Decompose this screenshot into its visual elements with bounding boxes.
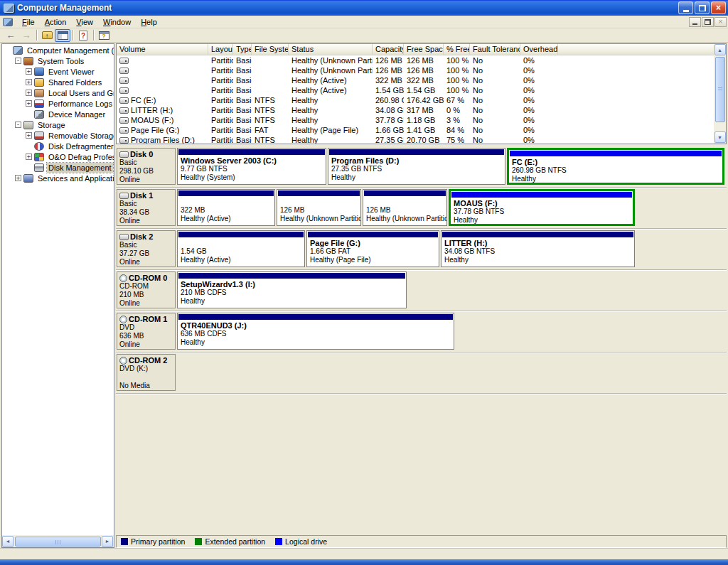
cell-ft: No (470, 55, 520, 65)
partition-program-files-d[interactable]: Program Files (D:)27.35 GB NTFSHealthy (328, 148, 505, 185)
volume-row-program-files-d[interactable]: Program Files (D:)PartitionBasicNTFSHeal… (117, 135, 726, 144)
disk-label-disk-0[interactable]: Disk 0Basic298.10 GBOnline (117, 148, 176, 185)
tree-horizontal-scrollbar[interactable]: ◄ ► (2, 535, 114, 547)
partition-litter-h[interactable]: LITTER (H:)34.08 GB NTFSHealthy (441, 230, 635, 267)
expand-plus-icon[interactable]: + (26, 79, 32, 85)
partition-1-54-gb[interactable]: 1.54 GBHealthy (Active) (177, 230, 305, 267)
column-header-overhead[interactable]: Overhead (520, 44, 558, 55)
scroll-left-button[interactable]: ◄ (2, 536, 14, 547)
column-header-capacity[interactable]: Capacity (373, 44, 404, 55)
tree-item-label: Disk Management (47, 163, 113, 173)
column-header-status[interactable]: Status (289, 44, 373, 55)
minimize-button[interactable] (678, 1, 693, 14)
tree-item-o-o-defrag-professional-edi[interactable]: +O&O Defrag Professional Edi (2, 151, 114, 162)
scroll-down-button[interactable]: ▼ (714, 131, 726, 143)
tree-item-shared-folders[interactable]: +Shared Folders (2, 77, 114, 87)
volume-row-unnamed-3[interactable]: PartitionBasicHealthy (Active)322 MB322 … (117, 75, 726, 85)
partition-126-mb[interactable]: 126 MBHealthy (Unknown Partition) (277, 189, 361, 226)
help-button[interactable]: ? (96, 29, 112, 42)
close-button[interactable]: × (711, 1, 726, 14)
partition-126-mb[interactable]: 126 MBHealthy (Unknown Partition) (363, 189, 447, 226)
volume-row-unnamed-1[interactable]: PartitionBasicHealthy (Unknown Partition… (117, 55, 726, 65)
partition-moaus-f[interactable]: MOAUS (F:)37.78 GB NTFSHealthy (449, 189, 635, 226)
mdi-restore-button[interactable] (702, 17, 714, 27)
volume-list-scrollbar[interactable]: ▲ ▼ (714, 44, 726, 144)
question-page-icon: ? (79, 31, 87, 41)
menu-item-file[interactable]: File (17, 16, 40, 28)
volume-row-page-file-g[interactable]: Page File (G:)PartitionBasicFATHealthy (… (117, 125, 726, 135)
partition-qtr40enud3-j[interactable]: QTR40ENUD3 (J:)636 MB CDFSHealthy (177, 313, 454, 350)
mdi-close-button[interactable]: × (714, 17, 727, 27)
scroll-right-button[interactable]: ► (102, 536, 113, 547)
menu-item-help[interactable]: Help (136, 16, 162, 28)
cell-layout: Partition (208, 125, 233, 135)
tree-item-event-viewer[interactable]: +Event Viewer (2, 66, 114, 77)
volume-row-unnamed-2[interactable]: PartitionBasicHealthy (Unknown Partition… (117, 65, 726, 75)
tree-item-storage[interactable]: -Storage (2, 119, 114, 130)
menu-item-view[interactable]: View (71, 16, 98, 28)
tree-item-services-and-applications[interactable]: +Services and Applications (2, 173, 114, 183)
console-tree-icon (58, 31, 68, 40)
menu-item-window[interactable]: Window (98, 16, 136, 28)
volume-row-unnamed-4[interactable]: PartitionBasicHealthy (Active)1.54 GB1.5… (117, 85, 726, 95)
partition-322-mb[interactable]: 322 MBHealthy (Active) (177, 189, 275, 226)
up-one-level-button[interactable]: ↑ (39, 29, 55, 42)
volume-row-moaus-f[interactable]: MOAUS (F:)PartitionBasicNTFSHealthy37.78… (117, 115, 726, 125)
tree-item-local-users-and-groups[interactable]: +Local Users and Groups (2, 87, 114, 98)
volume-row-litter-h[interactable]: LITTER (H:)PartitionBasicNTFSHealthy34.0… (117, 105, 726, 115)
expand-plus-icon[interactable]: + (15, 175, 21, 181)
column-header-type[interactable]: Type (233, 44, 252, 55)
partition-title (178, 198, 274, 206)
tree-item-disk-management[interactable]: Disk Management (2, 162, 114, 173)
column-header-layout[interactable]: Layout (208, 44, 233, 55)
forward-button[interactable]: → (18, 29, 34, 42)
volume-name: Program Files (D:) (131, 135, 195, 144)
menu-item-action[interactable]: Action (40, 16, 72, 28)
horizontal-scroll-thumb[interactable] (15, 537, 101, 547)
collapse-minus-icon[interactable]: - (15, 58, 21, 64)
partition-windows-server-2003-c[interactable]: Windows Server 2003 (C:)9.77 GB NTFSHeal… (177, 148, 326, 185)
tree-item-performance-logs-and-alerts[interactable]: +Performance Logs and Alerts (2, 98, 114, 109)
disk-name: CD-ROM 2 (119, 356, 173, 365)
tree-item-system-tools[interactable]: -System Tools (2, 55, 114, 66)
back-button[interactable]: ← (3, 29, 18, 42)
tree-item-computer-management-local[interactable]: Computer Management (Local) (2, 45, 114, 55)
disk-label-cd-rom-2[interactable]: CD-ROM 2DVD (K:)No Media (117, 354, 176, 391)
tree-item-device-manager[interactable]: Device Manager (2, 109, 114, 119)
cell-status: Healthy (289, 95, 373, 105)
partition-setupwizardv1-3-i[interactable]: SetupWizardv1.3 (I:)210 MB CDFSHealthy (177, 271, 407, 308)
cell-free: 20.70 GB (404, 135, 444, 144)
expand-plus-icon[interactable]: + (26, 154, 32, 160)
volume-name: LITTER (H:) (131, 105, 173, 115)
legend-label: Primary partition (131, 537, 185, 546)
disk-label-disk-1[interactable]: Disk 1Basic38.34 GBOnline (117, 189, 176, 226)
partition-type-stripe (178, 232, 304, 237)
cell-status: Healthy (289, 105, 373, 115)
cell-type: Basic (233, 135, 252, 144)
expand-plus-icon[interactable]: + (26, 90, 32, 96)
column-header-free-space[interactable]: Free Space (404, 44, 444, 55)
mdi-minimize-button[interactable] (689, 17, 701, 27)
tree-item-disk-defragmenter[interactable]: Disk Defragmenter (2, 141, 114, 151)
collapse-minus-icon[interactable]: - (15, 122, 21, 128)
restore-button[interactable] (695, 1, 710, 14)
partition-page-file-g[interactable]: Page File (G:)1.66 GB FATHealthy (Page F… (306, 230, 439, 267)
expand-plus-icon[interactable]: + (26, 132, 32, 139)
vertical-scroll-thumb[interactable] (715, 57, 725, 122)
console-tree-toggle-button[interactable] (55, 29, 70, 42)
expand-plus-icon[interactable]: + (26, 68, 32, 75)
cell-layout: Partition (208, 55, 233, 65)
expand-plus-icon[interactable]: + (26, 100, 32, 107)
volume-row-fc-e[interactable]: FC (E:)PartitionBasicNTFSHealthy260.98 G… (117, 95, 726, 105)
disk-label-cd-rom-1[interactable]: CD-ROM 1DVD636 MBOnline (117, 313, 176, 350)
scroll-up-button[interactable]: ▲ (714, 44, 726, 55)
properties-button[interactable]: ? (75, 29, 91, 42)
column-header-fault-tolerance[interactable]: Fault Tolerance (470, 44, 520, 55)
column-header-file-system[interactable]: File System (252, 44, 289, 55)
disk-label-cd-rom-0[interactable]: CD-ROM 0CD-ROM210 MBOnline (117, 271, 176, 308)
column-header-free[interactable]: % Free (444, 44, 470, 55)
tree-item-removable-storage[interactable]: +Removable Storage (2, 130, 114, 141)
disk-label-disk-2[interactable]: Disk 2Basic37.27 GBOnline (117, 230, 176, 267)
column-header-volume[interactable]: Volume (117, 44, 208, 55)
partition-fc-e[interactable]: FC (E:)260.98 GB NTFSHealthy (507, 148, 724, 185)
